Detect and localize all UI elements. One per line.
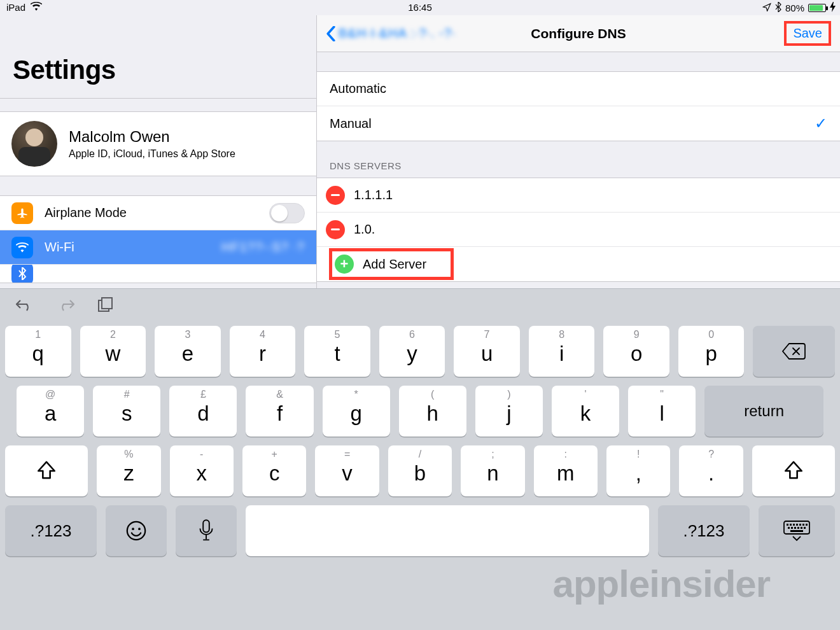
key-d[interactable]: £d (169, 386, 237, 437)
clipboard-icon[interactable] (97, 297, 113, 316)
key-e[interactable]: 3e (155, 326, 221, 377)
key-a[interactable]: @a (17, 386, 84, 437)
dns-mode-manual[interactable]: Manual ✓ (317, 106, 840, 141)
sidebar-item-label: Wi-Fi (45, 240, 210, 255)
svg-rect-1 (102, 298, 112, 309)
key-l[interactable]: "l (628, 386, 696, 437)
svg-rect-14 (788, 527, 790, 529)
key-i[interactable]: 8i (529, 326, 595, 377)
key-n[interactable]: ;n (461, 445, 524, 496)
key-h[interactable]: (h (399, 386, 466, 437)
dns-server-value[interactable]: 1.1.1.1 (354, 188, 393, 202)
onscreen-keyboard[interactable]: 1q2w3e4r5t6y7u8i9o0p @a#s£d&f*g(h)j'k"lr… (0, 289, 840, 630)
dns-mode-automatic[interactable]: Automatic (317, 72, 840, 106)
location-icon (762, 3, 771, 13)
add-server-row[interactable]: Add Server (317, 247, 840, 281)
key-mode-switch[interactable]: .?123 (5, 505, 97, 556)
key-k[interactable]: 'k (552, 386, 619, 437)
key-j[interactable]: )j (475, 386, 543, 437)
key-w[interactable]: 2w (80, 326, 146, 377)
shift-icon (783, 460, 804, 482)
key-backspace[interactable] (753, 326, 834, 377)
backspace-icon (781, 342, 807, 361)
redo-icon[interactable] (56, 298, 75, 314)
key-q[interactable]: 1q (5, 326, 71, 377)
dns-servers-header: DNS SERVERS (317, 141, 840, 178)
key-t[interactable]: 5t (304, 326, 370, 377)
svg-point-4 (138, 528, 141, 530)
dns-server-row[interactable]: 1.1.1.1 (317, 178, 840, 213)
svg-rect-20 (790, 530, 803, 532)
sidebar-item-airplane[interactable]: Airplane Mode (0, 196, 316, 230)
svg-rect-19 (804, 527, 806, 529)
svg-rect-5 (203, 520, 209, 532)
key-space[interactable] (246, 505, 649, 556)
cell-label: Automatic (330, 81, 386, 96)
svg-rect-9 (793, 524, 795, 526)
svg-rect-12 (802, 524, 804, 526)
emoji-icon (125, 520, 147, 542)
key-p[interactable]: 0p (678, 326, 745, 377)
svg-rect-10 (796, 524, 798, 526)
key-z[interactable]: %z (97, 445, 160, 496)
page-title: Settings (0, 15, 316, 98)
svg-point-3 (132, 528, 134, 530)
profile-sub: Apple ID, iCloud, iTunes & App Store (69, 148, 235, 160)
save-button[interactable]: Save (793, 26, 822, 40)
sidebar-item-wifi[interactable]: Wi-Fi HF1??-·S? ·? (0, 230, 316, 265)
key-hide-keyboard[interactable] (759, 505, 835, 556)
back-label: B&H·I·&HA :·?·. -?· (339, 26, 456, 41)
svg-rect-7 (787, 524, 788, 526)
key-s[interactable]: #s (93, 386, 160, 437)
add-icon[interactable] (335, 255, 354, 274)
key-return[interactable]: return (704, 386, 823, 437)
key-m[interactable]: :m (534, 445, 598, 496)
key-o[interactable]: 9o (603, 326, 669, 377)
key-.[interactable]: ?. (679, 445, 743, 496)
key-,[interactable]: !, (606, 445, 670, 496)
svg-rect-11 (799, 524, 801, 526)
apple-id-row[interactable]: Malcolm Owen Apple ID, iCloud, iTunes & … (0, 111, 316, 176)
key-c[interactable]: +c (242, 445, 306, 496)
charging-icon (830, 2, 836, 14)
cell-label: Manual (330, 116, 372, 131)
dns-server-row[interactable]: 1.0. (317, 213, 840, 247)
wifi-network-name: HF1??-·S? ·? (221, 240, 305, 255)
battery-icon (808, 4, 826, 12)
shift-icon (36, 460, 57, 482)
bluetooth-settings-icon (11, 265, 33, 283)
undo-icon[interactable] (15, 298, 34, 314)
key-shift[interactable] (752, 445, 835, 496)
key-f[interactable]: &f (246, 386, 313, 437)
sidebar-item-bluetooth[interactable]: Bluetooth (0, 265, 316, 283)
key-v[interactable]: =v (315, 445, 379, 496)
chevron-left-icon (326, 26, 336, 41)
back-button[interactable]: B&H·I·&HA :·?·. -?· (326, 26, 456, 41)
key-x[interactable]: -x (170, 445, 234, 496)
status-bar: iPad 16:45 80% (0, 0, 840, 15)
profile-name: Malcolm Owen (69, 128, 235, 146)
svg-rect-18 (801, 527, 802, 529)
key-dictation[interactable] (176, 505, 237, 556)
key-y[interactable]: 6y (379, 326, 445, 377)
delete-icon[interactable] (326, 186, 345, 205)
add-server-highlight: Add Server (329, 248, 454, 280)
hide-keyboard-icon (783, 520, 811, 542)
key-u[interactable]: 7u (454, 326, 520, 377)
detail-header: B&H·I·&HA :·?·. -?· Configure DNS Save (317, 15, 840, 52)
airplane-toggle[interactable] (269, 203, 305, 223)
dns-server-value[interactable]: 1.0. (354, 222, 375, 237)
svg-rect-13 (806, 524, 808, 526)
key-mode-switch-right[interactable]: .?123 (658, 505, 750, 556)
delete-icon[interactable] (326, 220, 345, 239)
key-emoji[interactable] (106, 505, 167, 556)
battery-pct: 80% (785, 3, 804, 13)
save-highlight: Save (784, 21, 831, 46)
sidebar-item-label: Airplane Mode (45, 206, 258, 220)
key-shift[interactable] (5, 445, 88, 496)
avatar (11, 121, 57, 167)
key-r[interactable]: 4r (230, 326, 296, 377)
key-g[interactable]: *g (323, 386, 390, 437)
key-b[interactable]: /b (388, 445, 452, 496)
add-server-label: Add Server (363, 257, 426, 272)
